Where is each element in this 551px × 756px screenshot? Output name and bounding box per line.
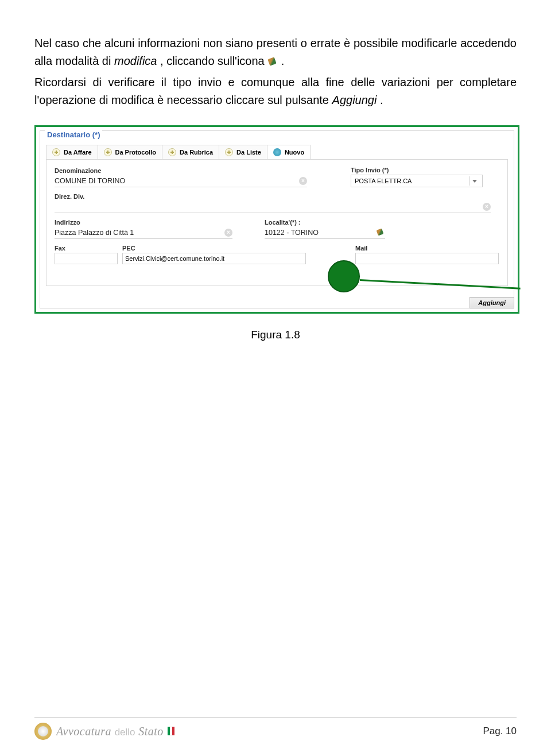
plus-icon: [104, 148, 112, 156]
input-fax[interactable]: [55, 253, 118, 264]
clear-icon[interactable]: ×: [299, 177, 307, 185]
aggiungi-button[interactable]: Aggiungi: [469, 297, 514, 308]
label-mail: Mail: [355, 245, 499, 252]
tab-label: Nuovo: [285, 149, 304, 156]
form-body: Denominazione COMUNE DI TORINO × Tipo In…: [46, 160, 508, 286]
label-direz: Direz. Div.: [55, 193, 491, 200]
plus-icon: [168, 148, 176, 156]
brand-logo: Avvocatura dello Stato: [34, 723, 174, 740]
tab-da-liste[interactable]: Da Liste: [219, 145, 267, 159]
text-modifica: modifica: [114, 55, 157, 67]
brand-word-1: Avvocatura: [56, 725, 111, 738]
tab-label: Da Protocollo: [115, 149, 157, 156]
tab-da-rubrica[interactable]: Da Rubrica: [162, 145, 219, 159]
page-footer: Avvocatura dello Stato Pag. 10: [34, 718, 517, 740]
figure-caption: Figura 1.8: [34, 329, 517, 341]
clear-icon[interactable]: ×: [483, 203, 491, 211]
dot-icon: [273, 148, 281, 156]
chevron-down-icon: [469, 176, 479, 186]
label-localita: Localita'(*) :: [265, 219, 385, 226]
label-pec: PEC: [122, 245, 306, 252]
figure-frame: Destinatario (*) Da Affare Da Protocollo…: [34, 125, 519, 314]
intro-paragraph-1: Nel caso che alcuni informazioni non sia…: [34, 34, 517, 70]
value-tipoinvio: POSTA ELETTR.CA: [355, 178, 412, 184]
text: Ricordarsi di verificare il tipo invio e…: [34, 76, 517, 106]
value-localita[interactable]: 10122 - TORINO: [265, 227, 374, 238]
tab-label: Da Liste: [236, 149, 261, 156]
select-tipoinvio[interactable]: POSTA ELETTR.CA: [351, 175, 483, 187]
annotation-circle: [328, 260, 360, 292]
clear-icon[interactable]: ×: [224, 229, 232, 237]
panel-legend: Destinatario (*): [45, 130, 102, 139]
value-indirizzo[interactable]: Piazza Palazzo di Città 1: [55, 227, 224, 238]
label-indirizzo: Indirizzo: [55, 219, 232, 226]
tab-label: Da Affare: [64, 149, 92, 156]
page-number: Pag. 10: [483, 726, 517, 737]
annotation-line: [360, 279, 521, 290]
text: , cliccando sull'icona: [160, 55, 267, 67]
value-denominazione[interactable]: COMUNE DI TORINO: [55, 175, 299, 187]
destinatario-panel: Destinatario (*) Da Affare Da Protocollo…: [40, 130, 514, 308]
plus-icon: [225, 148, 233, 156]
text: .: [380, 94, 383, 106]
tab-nuovo[interactable]: Nuovo: [267, 145, 311, 159]
tab-label: Da Rubrica: [180, 149, 213, 156]
flag-icon: [168, 727, 174, 735]
brand-word-2: dello: [115, 727, 135, 738]
text-aggiungi: Aggiungi: [332, 94, 377, 106]
label-tipoinvio: Tipo Invio (*): [351, 167, 483, 173]
value-direz[interactable]: [55, 201, 483, 213]
edit-icon[interactable]: [376, 228, 385, 237]
tab-da-affare[interactable]: Da Affare: [46, 145, 98, 159]
label-denominazione: Denominazione: [55, 167, 307, 174]
tab-da-protocollo[interactable]: Da Protocollo: [98, 145, 163, 159]
label-fax: Fax: [55, 245, 118, 252]
tabs-bar: Da Affare Da Protocollo Da Rubrica Da Li…: [46, 145, 508, 160]
input-pec[interactable]: [122, 253, 306, 264]
text: .: [281, 55, 285, 67]
intro-paragraph-2: Ricordarsi di verificare il tipo invio e…: [34, 74, 517, 109]
input-mail[interactable]: [355, 253, 499, 264]
edit-icon: [267, 57, 278, 67]
emblem-icon: [34, 723, 52, 740]
plus-icon: [52, 148, 60, 156]
brand-word-3: Stato: [138, 725, 164, 738]
